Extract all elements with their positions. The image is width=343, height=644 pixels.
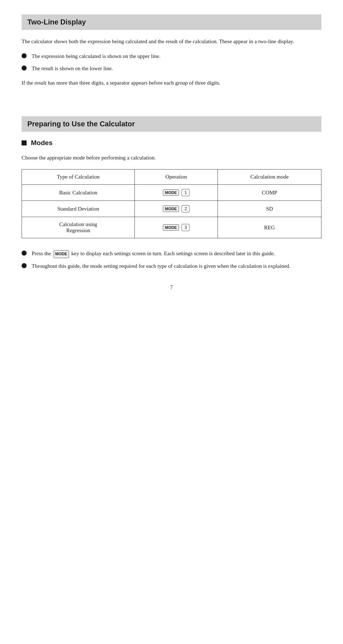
- table-row: Basic Calculation MODE 1 COMP: [22, 185, 321, 201]
- table-cell-mode: COMP: [218, 185, 321, 201]
- page: Two-Line Display The calculator shows bo…: [0, 0, 343, 644]
- section1-title: Two-Line Display: [27, 18, 86, 26]
- table-cell-type: Calculation usingRegression: [22, 217, 135, 238]
- modes-bullet-list: Press the MODE key to display each setti…: [22, 249, 321, 270]
- table-row: Standard Deviation MODE 2 SD: [22, 201, 321, 217]
- bullet-icon: [22, 66, 27, 71]
- section-preparing: Preparing to Use the Calculator Modes Ch…: [22, 116, 321, 270]
- list-item: The result is shown on the lower line.: [22, 64, 321, 73]
- table-cell-type: Standard Deviation: [22, 201, 135, 217]
- table-cell-mode: REG: [218, 217, 321, 238]
- key-number: 2: [182, 205, 189, 212]
- mode-key: MODE: [163, 189, 179, 196]
- key-number: 1: [182, 189, 189, 196]
- bullet-icon: [22, 53, 27, 58]
- table-header-row: Type of Calculation Operation Calculatio…: [22, 170, 321, 185]
- list-item: The expression being calculated is shown…: [22, 52, 321, 60]
- table-header-mode: Calculation mode: [218, 170, 321, 185]
- page-number: 7: [22, 285, 321, 291]
- table-cell-operation: MODE 2: [135, 201, 218, 217]
- modes-intro: Choose the appropriate mode before perfo…: [22, 153, 321, 162]
- table-cell-mode: SD: [218, 201, 321, 217]
- section1-header: Two-Line Display: [22, 14, 321, 30]
- bullet-text: The result is shown on the lower line.: [32, 64, 321, 73]
- table-header-type: Type of Calculation: [22, 170, 135, 185]
- table-row: Calculation usingRegression MODE 3 REG: [22, 217, 321, 238]
- square-bullet-icon: [22, 140, 27, 145]
- section2-header: Preparing to Use the Calculator: [22, 116, 321, 132]
- bullet-text: Throughout this guide, the mode setting …: [32, 262, 321, 270]
- modes-table: Type of Calculation Operation Calculatio…: [22, 169, 321, 238]
- list-item: Press the MODE key to display each setti…: [22, 249, 321, 258]
- table-cell-operation: MODE 1: [135, 185, 218, 201]
- bullet-text: The expression being calculated is shown…: [32, 52, 321, 60]
- section1-bullet-list: The expression being calculated is shown…: [22, 52, 321, 73]
- bullet-icon: [22, 263, 27, 268]
- mode-key: MODE: [163, 224, 179, 231]
- bullet-icon: [22, 251, 27, 256]
- section1-outro: If the result has more than three digits…: [22, 78, 321, 87]
- bullet-text: Press the MODE key to display each setti…: [32, 249, 321, 258]
- table-cell-type: Basic Calculation: [22, 185, 135, 201]
- inline-mode-key: MODE: [54, 250, 69, 258]
- list-item: Throughout this guide, the mode setting …: [22, 262, 321, 270]
- section1-intro: The calculator shows both the expression…: [22, 37, 321, 46]
- key-number: 3: [182, 224, 189, 231]
- table-header-operation: Operation: [135, 170, 218, 185]
- section-two-line-display: Two-Line Display The calculator shows bo…: [22, 14, 321, 87]
- mode-key: MODE: [163, 206, 179, 212]
- subsection-heading-text: Modes: [31, 139, 52, 147]
- section2-title: Preparing to Use the Calculator: [27, 120, 135, 128]
- subsection-modes-heading: Modes: [22, 139, 321, 147]
- table-cell-operation: MODE 3: [135, 217, 218, 238]
